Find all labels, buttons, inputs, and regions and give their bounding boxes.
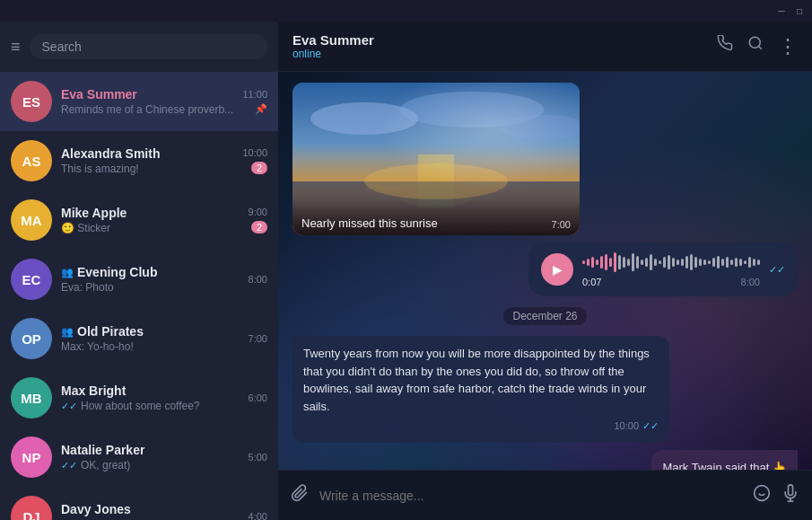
chat-item-max-bright[interactable]: MBMax Bright✓✓ How about some coffee?6:0… [0,368,278,427]
avatar-natalie-parker: NP [11,436,52,478]
group-icon: 👥 [61,267,74,278]
chat-item-mike-apple[interactable]: MAMike Apple🙂 Sticker9:002 [0,190,278,250]
waveform-bar-22 [681,259,684,266]
waveform-bar-19 [668,255,670,269]
avatar-alexandra-smith: AS [11,140,52,181]
outgoing-short-message: Mark Twain said that 👆 10:00 ✓✓ [651,450,798,471]
chat-info-alexandra-smith: Alexandra SmithThis is amazing! [61,146,233,175]
chat-meta-alexandra-smith: 10:002 [242,147,267,174]
chat-info-max-bright: Max Bright✓✓ How about some coffee? [61,383,240,412]
chat-name-old-pirates: 👥 Old Pirates [61,324,240,339]
waveform-bar-11 [632,253,634,271]
waveform-bar-33 [730,260,733,265]
waveform-bar-23 [685,256,688,269]
image-message: Nearly missed this sunrise 7:00 [292,83,580,235]
chat-area: Eva Summer online ⋮ [278,22,812,520]
voice-time: 8:00 [741,277,760,287]
chat-time-mike-apple: 9:00 [249,207,267,217]
waveform-bar-35 [739,259,742,266]
waveform-bar-1 [587,259,589,266]
badge-mike-apple: 2 [251,221,267,234]
avatar-max-bright: MB [11,377,52,419]
waveform-bar-34 [735,258,738,267]
more-icon[interactable]: ⋮ [778,35,798,58]
search-icon[interactable] [747,35,764,58]
waveform-bar-2 [591,257,594,268]
chat-info-evening-club: 👥 Evening ClubEva: Photo [61,265,240,294]
waveform-bar-0 [582,260,585,264]
waveform-bar-21 [677,260,679,265]
waveform-bar-29 [712,258,715,267]
chat-time-evening-club: 8:00 [249,274,267,285]
avatar-mike-apple: MA [11,199,52,241]
chat-meta-eva-summer: 11:00📌 [242,89,267,115]
header-icons: ⋮ [717,35,798,58]
svg-point-3 [310,102,418,135]
maximize-button[interactable]: □ [794,5,805,16]
chat-item-alexandra-smith[interactable]: ASAlexandra SmithThis is amazing!10:002 [0,131,278,190]
chat-time-max-bright: 6:00 [249,392,267,403]
waveform-bar-25 [694,257,697,268]
chat-time-eva-summer: 11:00 [242,89,267,100]
play-button[interactable]: ▶ [541,253,573,286]
search-box[interactable]: Search [30,34,267,59]
chat-info-old-pirates: 👥 Old PiratesMax: Yo-ho-ho! [61,324,240,353]
chat-preview-max-bright: ✓✓ How about some coffee? [61,400,240,412]
chat-item-natalie-parker[interactable]: NPNatalie Parker✓✓ OK, great)5:00 [0,427,278,487]
voice-message: ▶ 0:07 8:00 ✓✓ [528,242,798,296]
minimize-button[interactable]: ─ [776,5,787,16]
avatar-old-pirates: OP [11,318,52,359]
waveform-bar-18 [663,257,666,268]
chat-time-alexandra-smith: 10:00 [242,147,267,158]
waveform: 0:07 8:00 [582,251,760,287]
chat-item-davy-jones[interactable]: DJDavy JonesKeynote.pdf4:00 [0,487,278,520]
chat-header: Eva Summer online ⋮ [278,22,812,72]
svg-line-1 [758,46,761,48]
date-divider: December 26 [503,307,586,325]
chat-name-natalie-parker: Natalie Parker [61,443,240,457]
messages-area: Nearly missed this sunrise 7:00 ▶ 0:07 8… [278,72,812,470]
attach-icon[interactable] [291,484,309,507]
chat-item-eva-summer[interactable]: ESEva SummerReminds me of a Chinese prov… [0,72,278,131]
chat-name-davy-jones: Davy Jones [61,502,240,516]
chat-info-davy-jones: Davy JonesKeynote.pdf [61,502,240,520]
chat-meta-davy-jones: 4:00 [249,511,267,520]
chat-time-davy-jones: 4:00 [249,511,267,520]
sidebar-header: ≡ Search [0,22,278,72]
waveform-bar-13 [641,260,643,265]
pin-icon-eva-summer: 📌 [255,103,267,115]
waveform-bar-6 [609,258,612,267]
caption-text: Nearly missed this sunrise [301,216,438,230]
waveform-bar-4 [600,256,603,269]
long-text-check: ✓✓ [642,419,659,434]
mic-icon[interactable] [781,484,799,507]
emoji-icon[interactable] [753,484,771,507]
long-text-message: Twenty years from now you will be more d… [292,336,669,443]
outgoing-short-content: Mark Twain said that 👆 [662,461,787,471]
waveform-bar-32 [726,257,729,268]
waveform-bar-12 [636,256,639,269]
waveform-bar-31 [721,259,724,266]
chat-item-evening-club[interactable]: EC👥 Evening ClubEva: Photo8:00 [0,250,278,309]
image-box: Nearly missed this sunrise 7:00 [292,83,580,235]
chat-meta-mike-apple: 9:002 [249,207,267,234]
avatar-eva-summer: ES [11,81,52,122]
waveform-bar-16 [654,259,657,266]
message-input[interactable] [319,489,742,503]
image-caption: Nearly missed this sunrise 7:00 [292,198,580,235]
waveform-bar-20 [672,258,675,267]
chat-meta-max-bright: 6:00 [249,392,267,403]
image-time: 7:00 [552,219,571,230]
waveform-bar-10 [627,259,630,266]
chat-time-natalie-parker: 5:00 [249,452,267,463]
chat-item-old-pirates[interactable]: OP👥 Old PiratesMax: Yo-ho-ho!7:00 [0,309,278,368]
waveform-bar-14 [645,258,648,267]
menu-icon[interactable]: ≡ [11,38,21,57]
chat-name-max-bright: Max Bright [61,383,240,398]
chat-header-info: Eva Summer online [292,32,706,60]
chat-meta-evening-club: 8:00 [249,274,267,285]
waveform-bar-38 [753,259,755,266]
waveform-bar-15 [650,254,652,270]
badge-alexandra-smith: 2 [251,162,267,174]
phone-icon[interactable] [717,35,733,58]
